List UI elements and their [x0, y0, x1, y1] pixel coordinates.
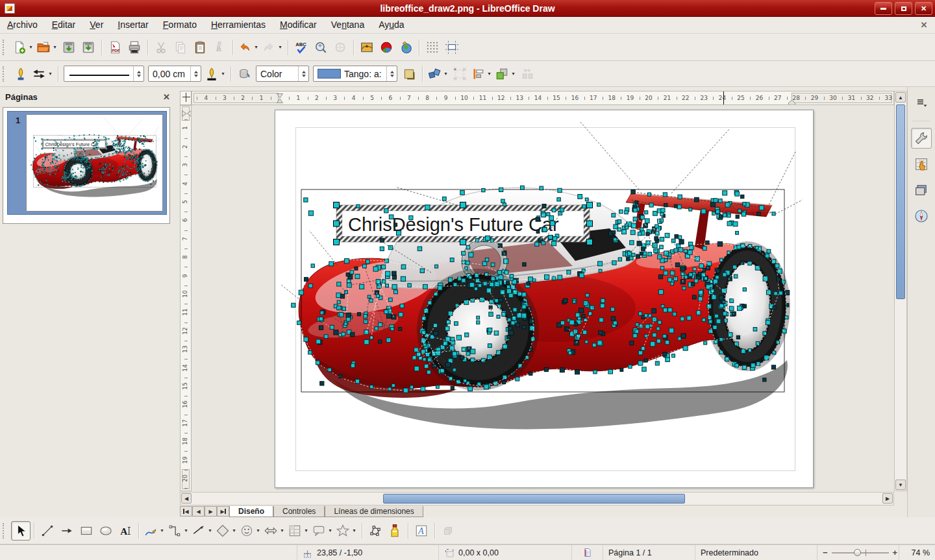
bezier-point[interactable]	[450, 258, 454, 262]
bezier-point[interactable]	[337, 300, 340, 304]
bezier-point[interactable]	[391, 327, 394, 330]
symbol-shapes-dropdown-icon[interactable]: ▾	[255, 528, 261, 533]
bezier-point[interactable]	[666, 341, 669, 345]
statusbar-zoom-level[interactable]: 74 %	[899, 545, 935, 560]
bezier-point[interactable]	[718, 199, 722, 203]
bezier-point[interactable]	[386, 284, 389, 287]
bezier-point[interactable]	[560, 368, 564, 372]
bezier-point[interactable]	[386, 271, 390, 276]
ellipse-button[interactable]	[96, 521, 116, 541]
toolbar-handle[interactable]	[3, 40, 9, 55]
bezier-point[interactable]	[494, 331, 499, 335]
bezier-point[interactable]	[475, 278, 479, 282]
rotate-button[interactable]: ▾	[426, 64, 450, 84]
bezier-point[interactable]	[712, 295, 716, 299]
bezier-point[interactable]	[699, 290, 703, 295]
bezier-point[interactable]	[423, 284, 428, 289]
bezier-point[interactable]	[483, 282, 487, 286]
bezier-point[interactable]	[360, 284, 364, 289]
bezier-point[interactable]	[625, 226, 629, 229]
save-button[interactable]	[59, 38, 79, 57]
bezier-point[interactable]	[706, 285, 710, 289]
bezier-point[interactable]	[716, 269, 720, 273]
sidebar-shapes-hand-button[interactable]	[911, 154, 932, 175]
bezier-point[interactable]	[671, 239, 675, 243]
bezier-point[interactable]	[401, 265, 406, 269]
bezier-point[interactable]	[485, 258, 489, 262]
bezier-point[interactable]	[675, 263, 679, 267]
zoom-out-icon[interactable]: −	[823, 548, 828, 557]
bezier-point[interactable]	[420, 269, 424, 273]
shadow-button[interactable]	[399, 64, 419, 84]
bezier-point[interactable]	[704, 277, 708, 280]
bezier-point[interactable]	[638, 312, 642, 315]
bezier-point[interactable]	[466, 261, 469, 265]
bezier-point[interactable]	[319, 317, 323, 321]
bezier-point[interactable]	[468, 387, 473, 391]
bezier-point[interactable]	[351, 363, 355, 367]
drawing-canvas[interactable]: ChrisDesign's Future Car	[192, 105, 894, 491]
bezier-point[interactable]	[702, 318, 705, 321]
bezier-point[interactable]	[501, 199, 505, 203]
bezier-point[interactable]	[464, 267, 468, 270]
bezier-point[interactable]	[748, 349, 751, 352]
bezier-point[interactable]	[779, 291, 782, 295]
bezier-point[interactable]	[455, 304, 458, 307]
bezier-point[interactable]	[661, 208, 665, 212]
bezier-point[interactable]	[334, 330, 338, 335]
bezier-point[interactable]	[410, 385, 413, 389]
text-frame-handle[interactable]	[334, 202, 340, 208]
toolbar-handle[interactable]	[3, 66, 9, 82]
zoom-button[interactable]	[311, 38, 330, 57]
bezier-point[interactable]	[742, 365, 747, 370]
pages-panel-close-icon[interactable]: ✕	[163, 92, 170, 102]
bezier-point[interactable]	[766, 254, 769, 258]
bezier-point[interactable]	[423, 358, 426, 361]
bezier-point[interactable]	[521, 186, 525, 189]
bezier-point[interactable]	[660, 266, 664, 269]
curve-button[interactable]: ▾	[142, 521, 166, 541]
bezier-point[interactable]	[645, 219, 649, 223]
undo-button[interactable]: ▾	[236, 38, 260, 57]
bezier-point[interactable]	[471, 349, 475, 354]
drawing-text[interactable]: ChrisDesign's Future Car	[348, 214, 559, 235]
bezier-point[interactable]	[434, 331, 438, 335]
bezier-point[interactable]	[550, 221, 555, 226]
bezier-point[interactable]	[445, 326, 450, 331]
bezier-point[interactable]	[755, 265, 760, 270]
bezier-point[interactable]	[523, 263, 526, 266]
bezier-point[interactable]	[414, 348, 419, 352]
bezier-point[interactable]	[582, 205, 586, 208]
bezier-point[interactable]	[542, 204, 546, 208]
bezier-point[interactable]	[567, 271, 571, 274]
bezier-point[interactable]	[469, 252, 473, 257]
basic-shapes-button[interactable]: ▾	[214, 521, 238, 541]
flowchart-dropdown-icon[interactable]: ▾	[303, 528, 309, 533]
connector-dropdown-icon[interactable]: ▾	[183, 528, 189, 533]
bezier-point[interactable]	[311, 264, 314, 267]
bezier-point[interactable]	[630, 341, 634, 345]
bezier-point[interactable]	[424, 364, 428, 368]
bezier-point[interactable]	[569, 320, 574, 324]
bezier-point[interactable]	[536, 217, 540, 221]
bezier-point[interactable]	[328, 368, 332, 372]
bezier-point[interactable]	[774, 292, 777, 295]
bezier-point[interactable]	[376, 295, 379, 298]
page-thumbnail[interactable]	[26, 114, 163, 212]
bezier-point[interactable]	[663, 193, 667, 197]
menu-ver[interactable]: Ver	[82, 17, 110, 33]
page-thumbnail-selected[interactable]: 1	[7, 111, 167, 215]
bezier-point[interactable]	[527, 282, 530, 285]
bezier-point[interactable]	[436, 385, 440, 389]
bezier-point[interactable]	[723, 213, 727, 217]
bezier-point[interactable]	[442, 197, 446, 201]
bezier-point[interactable]	[582, 315, 585, 318]
bezier-point[interactable]	[683, 346, 688, 350]
bezier-point[interactable]	[385, 259, 389, 263]
bezier-point[interactable]	[386, 314, 391, 319]
bezier-point[interactable]	[386, 338, 391, 343]
bezier-point[interactable]	[689, 273, 693, 276]
text-frame-handle[interactable]	[460, 239, 466, 245]
bezier-point[interactable]	[599, 269, 602, 273]
bezier-point[interactable]	[655, 225, 659, 228]
